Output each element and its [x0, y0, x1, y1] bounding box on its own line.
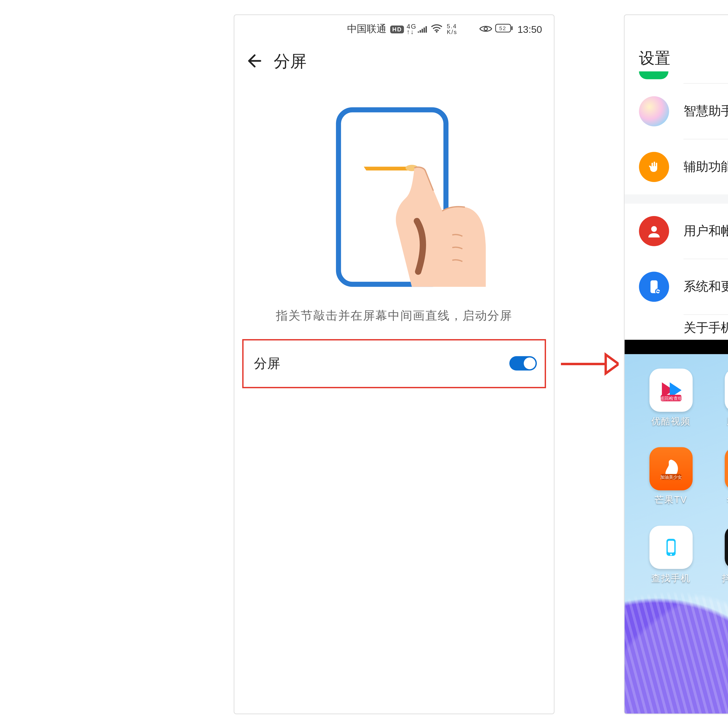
settings-item-users-accounts[interactable]: 用户和帐户 〉: [684, 203, 728, 258]
accessibility-icon: [639, 151, 669, 182]
eye-comfort-icon: [480, 24, 492, 34]
svg-text:加油美少女: 加油美少女: [660, 474, 682, 479]
toggle-switch[interactable]: [509, 356, 537, 370]
page-title: 分屏: [274, 50, 307, 72]
svg-point-51: [670, 553, 672, 555]
split-screen-divider[interactable]: [624, 340, 728, 354]
settings-item-about-phone[interactable]: 关于手机 〉: [684, 314, 728, 341]
row-label: 关于手机: [684, 319, 728, 336]
hd-badge: HD: [390, 25, 404, 33]
app-label: 优酷视频: [651, 415, 691, 427]
flow-arrow-icon: [560, 344, 619, 384]
app-label: 查找手机: [651, 572, 691, 584]
svg-point-16: [655, 288, 661, 294]
status-bar: 中国联通 HD 4G↑↓ 3.8K/s 5: [624, 15, 728, 41]
app-label: 华为视频: [727, 494, 728, 506]
row-label: 辅助功能: [684, 158, 728, 175]
split-screen-toggle-row[interactable]: 分屏: [242, 339, 546, 388]
svg-marker-8: [606, 355, 619, 373]
svg-text:52: 52: [499, 25, 507, 31]
system-update-icon: [639, 271, 669, 301]
status-bar: 中国联通 HD 4G↑↓ 5.4K/s 52 13:50: [234, 15, 554, 41]
phone-right: 中国联通 HD 4G↑↓ 3.8K/s 5: [624, 14, 728, 714]
settings-list: 智慧助手 〉 辅助功能 〉 用户和帐户 〉: [624, 83, 728, 341]
partial-row-top: [624, 71, 728, 83]
net-speed: 5.4K/s: [447, 23, 457, 35]
wifi-icon: [431, 24, 443, 35]
app-tencent-video[interactable]: NBA 腾讯视频: [712, 369, 728, 427]
split-screen-illustration: [234, 78, 554, 288]
settings-title: 设置: [624, 41, 728, 71]
app-label: 腾讯视频: [727, 415, 728, 427]
home-screen[interactable]: 巡回检查组 优酷视频 NBA 腾讯视频 QQ 微信: [624, 354, 728, 713]
smart-assistant-icon: [639, 96, 669, 126]
app-douyin-lite[interactable]: 领现金 抖音极速版: [712, 526, 728, 584]
phone-left: 中国联通 HD 4G↑↓ 5.4K/s 52 13:50: [234, 14, 554, 714]
settings-item-system-update[interactable]: 系统和更新 〉: [684, 258, 728, 314]
battery-icon: 52: [495, 24, 514, 35]
signal-icon: [418, 24, 428, 34]
user-account-icon: [639, 216, 669, 246]
app-label: 芒果TV: [655, 494, 687, 506]
app-huawei-video[interactable]: 华为视频: [712, 447, 728, 506]
back-button[interactable]: [246, 52, 263, 69]
carrier-label: 中国联通: [347, 23, 387, 35]
svg-point-14: [651, 226, 657, 231]
app-mango-tv[interactable]: 加油美少女 芒果TV: [636, 447, 705, 506]
settings-item-smart-assistant[interactable]: 智慧助手 〉: [684, 83, 728, 139]
toggle-label: 分屏: [254, 355, 509, 372]
app-label: 抖音极速版: [722, 572, 728, 584]
app-find-phone[interactable]: 查找手机: [636, 526, 705, 584]
page-header: 分屏: [234, 41, 554, 78]
svg-rect-3: [511, 26, 513, 30]
illustration-caption: 指关节敲击并在屏幕中间画直线，启动分屏: [234, 307, 554, 323]
svg-point-0: [436, 31, 438, 32]
clock: 13:50: [517, 24, 542, 35]
app-youku[interactable]: 巡回检查组 优酷视频: [636, 369, 705, 427]
section-divider: [624, 194, 728, 203]
network-4g-icon: 4G↑↓: [407, 24, 417, 34]
settings-item-accessibility[interactable]: 辅助功能 〉: [684, 139, 728, 194]
row-label: 用户和帐户: [684, 222, 728, 239]
svg-text:巡回检查组: 巡回检查组: [659, 396, 682, 401]
svg-point-1: [485, 27, 488, 30]
row-label: 智慧助手: [684, 102, 728, 119]
row-label: 系统和更新: [684, 278, 728, 295]
svg-rect-50: [668, 540, 674, 552]
